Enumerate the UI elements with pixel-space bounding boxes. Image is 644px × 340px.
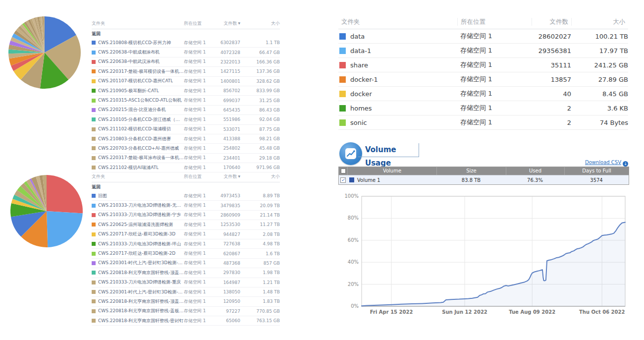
- folder-name: CWS.210315-ASC1公制CCD-ATL公制机: [98, 97, 182, 104]
- table-row[interactable]: CWS.220717-欣旺达-蔡司3D检测-2D存储空间 16208671.6 …: [92, 249, 280, 258]
- folder-file-count: 413388: [215, 136, 240, 141]
- x-axis-label: Sun Jun 12 2022: [442, 309, 487, 315]
- table-row[interactable]: homes存储空间 123.6 KB: [338, 101, 628, 115]
- folder-size: 328.62 GB: [240, 79, 280, 84]
- table-row[interactable]: docker存储空间 1408.45 GB: [338, 87, 628, 101]
- back-link[interactable]: 返回: [92, 29, 280, 38]
- table-row[interactable]: CWS.210333-刀片电池3D焊缝检测-重庆存储空间 11649871.21…: [92, 278, 280, 287]
- folder-name: CWS.201107-模切机CCD-惠州CATL: [98, 78, 173, 84]
- color-swatch: [92, 213, 96, 217]
- folder-name: CWS.220638-中航成都涂布机: [98, 49, 160, 56]
- folder-location: 存储空间 1: [184, 136, 215, 142]
- table-row[interactable]: CWS.220317-楚能-极耳涂布设备一体机-克拉存储空间 123440129…: [92, 154, 280, 163]
- table-row[interactable]: CWS.220818-利元亨南京国轩整线-顶盖焊-2D存储空间 11209501…: [92, 297, 280, 306]
- download-csv-link[interactable]: Download CSV↓: [570, 160, 628, 167]
- pie-slice: [47, 211, 83, 247]
- folder-size: 833.99 GB: [240, 88, 280, 93]
- folder-size: 137.36 GB: [240, 69, 280, 74]
- col-location[interactable]: 所在位置: [184, 173, 215, 180]
- folder-size: 241.25 GB: [571, 61, 628, 69]
- col-location[interactable]: 所在位置: [184, 20, 215, 27]
- folder-file-count: 138050: [215, 289, 240, 294]
- table-row[interactable]: CWS.210905-极耳翻折-CATL存储空间 1856702833.99 G…: [92, 86, 280, 96]
- table-row[interactable]: CWS.220818-利元亨南京国轩整线-密封钉存储空间 165060763.1…: [92, 316, 280, 326]
- folder-location: 存储空间 1: [184, 126, 215, 132]
- table-row[interactable]: CWS.210105-分条机CCD-浙江德威（兰溪）存储空间 155198692…: [92, 115, 280, 124]
- col-folder[interactable]: 文件夹: [92, 173, 184, 180]
- table-row[interactable]: data-1存储空间 12935638117.97 TB: [338, 44, 628, 58]
- table-row[interactable]: CWS.220625-温州瑞浦清洗面焊检测存储空间 1125353011.27 …: [92, 220, 280, 229]
- folder-name: CWS.220301-时代上汽-密封钉3D检测-2D: [98, 289, 184, 295]
- volume-row[interactable]: ✓ Volume 1 83.8 TB 76.3% 3574: [339, 175, 629, 184]
- x-axis-label: Tue Aug 09 2022: [509, 309, 555, 315]
- back-link[interactable]: 返回: [92, 182, 280, 191]
- folder-name: CWS.210333-刀片电池3D焊缝检测-宁乡: [98, 212, 181, 218]
- color-swatch: [92, 271, 96, 275]
- folder-location: 存储空间 1: [184, 165, 215, 171]
- select-all-checkbox[interactable]: [339, 167, 347, 175]
- table-row[interactable]: data存储空间 128602027100.21 TB: [338, 29, 628, 44]
- folder-name: CWS.221102-模切AI瑞浦ATL: [98, 165, 159, 171]
- color-swatch: [92, 156, 96, 160]
- folder-location: 存储空间 1: [184, 58, 215, 65]
- folder-name: CWS.220638-中航武汉涂布机: [98, 58, 160, 65]
- table-row[interactable]: CWS.210803-分条机CCD-惠州德赛存储空间 141338898.21 …: [92, 134, 280, 144]
- table-row[interactable]: CWS.220818-利元亨南京国轩整线-顶盖焊-3D存储空间 12978301…: [92, 268, 280, 278]
- folder-file-count: 487368: [215, 261, 240, 266]
- color-swatch: [339, 62, 346, 68]
- table-row[interactable]: CWS.220215-混合-比亚迪分条机存储空间 164543586.43 GB: [92, 106, 280, 115]
- folder-size: 92.04 GB: [240, 117, 280, 122]
- col-location[interactable]: 所在位置: [457, 18, 532, 26]
- folder-size: 21.14 TB: [240, 213, 280, 218]
- table-body: 旧图存储空间 149734538.89 TBCWS.210333-刀片电池3D焊…: [92, 191, 280, 326]
- volume-table-header: Volume Size Used Days to Full: [339, 167, 629, 175]
- table-row[interactable]: CWS.220717-欣旺达-蔡司3D检测-3D存储空间 19448272.08…: [92, 230, 280, 239]
- col-folder[interactable]: 文件夹: [92, 20, 184, 27]
- col-size[interactable]: 大小: [240, 173, 280, 180]
- color-swatch: [339, 105, 346, 112]
- folder-location: 存储空间 1: [184, 289, 215, 295]
- table-row[interactable]: CWS.220317-楚能-极耳模切设备一体机-缺陷检测存储空间 1142711…: [92, 67, 280, 76]
- folder-size: 1.6 TB: [240, 251, 280, 256]
- table-row[interactable]: share存储空间 135111241.25 GB: [338, 58, 628, 72]
- folder-size: 1.83 TB: [240, 299, 280, 304]
- table-row[interactable]: docker-1存储空间 11385727.89 GB: [338, 72, 628, 87]
- col-folder[interactable]: 文件夹: [338, 18, 457, 26]
- folder-file-count: 645435: [215, 108, 240, 113]
- folder-location: 存储空间 1: [184, 145, 215, 152]
- row-checkbox[interactable]: ✓: [339, 177, 347, 183]
- folder-file-count: 28602027: [532, 33, 571, 40]
- folder-location: 存储空间 1: [184, 270, 215, 276]
- col-files[interactable]: 文件数▼: [215, 173, 240, 180]
- col-size[interactable]: 大小: [571, 18, 628, 26]
- col-files[interactable]: 文件数: [532, 18, 571, 26]
- table-row[interactable]: CWS.220638-中航武汉涂布机存储空间 12322013166.36 GB: [92, 57, 280, 67]
- table-row[interactable]: CWS.210333-刀片电池3D焊缝检测-无为-2期存储空间 13479835…: [92, 201, 280, 210]
- folder-file-count: 6302837: [215, 40, 240, 45]
- table-header: 文件夹 所在位置 文件数 大小: [338, 15, 628, 29]
- table-row[interactable]: 旧图存储空间 149734538.89 TB: [92, 191, 280, 201]
- folder-size: 45.48 GB: [240, 146, 280, 151]
- folder-location: 存储空间 1: [184, 279, 215, 285]
- table-row[interactable]: CWS.210333-刀片电池3D焊缝检测-宁乡存储空间 1286090921.…: [92, 211, 280, 220]
- table-row[interactable]: CWS.201107-模切机CCD-惠州CATL存储空间 11400801328…: [92, 77, 280, 86]
- folder-file-count: 1253530: [215, 222, 240, 227]
- x-axis-label: Thu Oct 06 2022: [579, 309, 625, 315]
- table-row[interactable]: CWS.210333-刀片电池3D焊缝检测-坪山存储空间 17276384.98…: [92, 239, 280, 249]
- table-row[interactable]: CWS.220301-时代上汽-密封钉3D检测-3D存储空间 148736885…: [92, 259, 280, 268]
- table-row[interactable]: CWS.220638-中航成都涂布机存储空间 1407232866.47 GB: [92, 48, 280, 57]
- folder-name: CWS.210333-刀片电池3D焊缝检测-无为-2期: [98, 202, 184, 209]
- col-files[interactable]: 文件数▼: [215, 20, 240, 27]
- table-row[interactable]: CWS.210315-ASC1公制CCD-ATL公制机存储空间 16990373…: [92, 96, 280, 105]
- table-row[interactable]: CWS.211102-模切机CCD-瑞浦模切存储空间 153307187.75 …: [92, 125, 280, 134]
- table-row[interactable]: CWS.210808-模切机CCD-苏州力神存储空间 163028371.1 T…: [92, 38, 280, 48]
- table-row[interactable]: sonic存储空间 1274 Bytes: [338, 115, 628, 130]
- y-axis-label: 100%: [344, 193, 359, 199]
- table-row[interactable]: CWS.220703-分条机CCD+AI-惠州德威存储空间 125480245.…: [92, 144, 280, 153]
- table-row[interactable]: CWS.220301-时代上汽-密封钉3D检测-2D存储空间 11380501.…: [92, 287, 280, 297]
- folder-size: 763.15 GB: [240, 318, 280, 323]
- col-size[interactable]: 大小: [240, 20, 280, 27]
- table-row[interactable]: CWS.220818-利元亨南京国轩整线-盖板激光焊质量...存储空间 1972…: [92, 307, 280, 316]
- folder-location: 存储空间 1: [184, 78, 215, 84]
- color-swatch: [92, 69, 96, 73]
